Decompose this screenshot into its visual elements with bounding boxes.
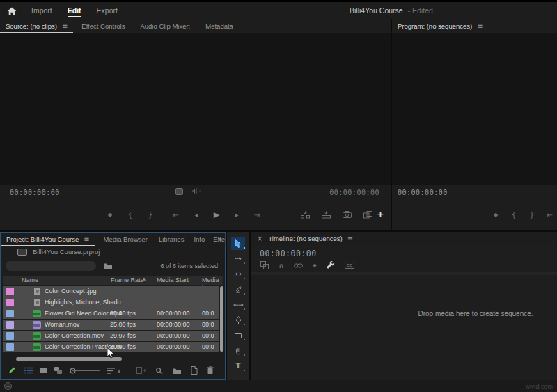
tab-timeline[interactable]: Timeline: (no sequences): [268, 235, 342, 242]
icon-view-icon[interactable]: [40, 368, 47, 373]
panel-menu-icon[interactable]: ≡: [62, 22, 68, 30]
tab-program[interactable]: Program: (no sequences): [398, 22, 472, 30]
goto-in-button[interactable]: ⇤: [546, 211, 554, 219]
table-row[interactable]: Flower Girl Need Color.mp4 25.00 fps 00:…: [3, 308, 219, 319]
table-row[interactable]: Highlights, Michone, Shado: [3, 297, 219, 308]
search-input[interactable]: [6, 261, 96, 271]
export-frame-button[interactable]: [343, 211, 352, 218]
list-header[interactable]: Name Frame Rate ∧ Media Start Media E: [3, 276, 223, 285]
new-bin-icon[interactable]: [172, 367, 182, 375]
zoom-slider[interactable]: [70, 368, 100, 374]
freeform-view-icon[interactable]: [54, 367, 62, 374]
mark-in-button[interactable]: {: [510, 211, 518, 219]
timeline-add-marker-icon[interactable]: ◆: [313, 262, 316, 268]
play-button[interactable]: ▶: [212, 210, 221, 219]
goto-out-button[interactable]: ⇥: [253, 211, 261, 219]
program-monitor-viewport: [392, 33, 557, 185]
tab-overflow-icon[interactable]: »: [218, 233, 222, 246]
close-icon[interactable]: ×: [257, 235, 262, 242]
project-edited-status: - Edited: [408, 6, 433, 15]
selection-tool[interactable]: [231, 237, 245, 250]
home-button[interactable]: [0, 2, 24, 19]
find-icon[interactable]: [155, 367, 163, 375]
tab-effect-controls[interactable]: Effect Controls: [81, 19, 125, 33]
comparison-view-button[interactable]: [363, 211, 372, 219]
table-row[interactable]: Color Correction.mov 29.97 fps 00:00:00:…: [3, 331, 219, 341]
label-swatch[interactable]: [6, 299, 14, 306]
tab-source[interactable]: Source: (no clips) ≡: [0, 19, 73, 33]
tab-export[interactable]: Export: [97, 2, 118, 19]
label-swatch[interactable]: [6, 343, 14, 351]
tab-metadata[interactable]: Metadata: [205, 19, 233, 33]
tab-info[interactable]: Info: [194, 233, 205, 246]
goto-in-button[interactable]: ⇤: [172, 211, 180, 219]
label-swatch[interactable]: [6, 332, 14, 340]
captions-icon[interactable]: CC: [345, 262, 355, 269]
delete-icon[interactable]: [207, 366, 214, 375]
tab-media-browser[interactable]: Media Browser: [104, 233, 148, 246]
linked-selection-icon[interactable]: [294, 262, 303, 269]
mark-out-button[interactable]: }: [528, 211, 536, 219]
tab-libraries[interactable]: Libraries: [159, 233, 184, 246]
button-editor-button[interactable]: +: [377, 209, 384, 219]
sort-options-control[interactable]: ∨: [107, 368, 121, 374]
add-marker-button[interactable]: ◆: [106, 212, 114, 218]
zoom-slider-track[interactable]: [72, 370, 100, 371]
automate-to-sequence-icon[interactable]: [136, 367, 146, 374]
item-name[interactable]: Woman.mov: [45, 321, 79, 328]
timeline-timecode[interactable]: 00:00:00:00: [260, 249, 317, 258]
timeline-settings-wrench-icon[interactable]: [327, 261, 335, 269]
column-name[interactable]: Name: [22, 276, 38, 283]
table-row[interactable]: Color Concept .jpg: [3, 286, 219, 297]
sort-ascending-icon[interactable]: ∧: [142, 276, 146, 283]
search-bin-icon[interactable]: [103, 262, 113, 269]
table-row[interactable]: Woman.mov 25.00 fps 00:00:00:00 00:0: [3, 320, 219, 330]
panel-menu-icon[interactable]: ≡: [84, 235, 89, 243]
nest-sequences-icon[interactable]: [260, 261, 269, 269]
pen-tool[interactable]: [231, 313, 245, 327]
breadcrumb[interactable]: Billi4You Course.prproj: [17, 248, 100, 256]
step-forward-button[interactable]: ▸: [233, 211, 241, 219]
label-swatch[interactable]: [6, 288, 14, 295]
slip-tool[interactable]: ⇤⇥: [231, 298, 245, 311]
app-header-bar: Import Edit Export Billi4You Course- Edi…: [0, 2, 557, 19]
hand-tool[interactable]: [231, 344, 245, 357]
insert-button[interactable]: [301, 211, 310, 219]
column-media-start[interactable]: Media Start: [157, 276, 189, 283]
mark-in-button[interactable]: {: [126, 211, 134, 219]
tab-project[interactable]: Project: Billi4You Course ≡: [1, 233, 95, 246]
overwrite-button[interactable]: [322, 211, 331, 219]
project-panel-tabs: Project: Billi4You Course ≡ Media Browse…: [1, 233, 225, 246]
timeline-panel: × Timeline: (no sequences) ≡ 00:00:00:00…: [251, 232, 557, 380]
item-name[interactable]: Color Concept .jpg: [45, 288, 97, 295]
type-tool[interactable]: T: [231, 359, 245, 373]
label-swatch[interactable]: [6, 321, 14, 329]
track-select-forward-tool[interactable]: ⇢: [231, 252, 245, 265]
step-back-button[interactable]: ◂: [192, 211, 201, 219]
panel-menu-icon[interactable]: ≡: [347, 235, 353, 242]
timeline-tab-row: × Timeline: (no sequences) ≡: [251, 232, 557, 245]
drag-audio-icon[interactable]: [191, 187, 201, 195]
panel-menu-icon[interactable]: ≡: [477, 22, 483, 30]
writable-pen-icon[interactable]: [8, 366, 16, 375]
vertical-scrollbar[interactable]: [220, 286, 223, 352]
label-swatch[interactable]: [6, 310, 14, 317]
drag-video-icon[interactable]: [175, 188, 183, 195]
tab-edit[interactable]: Edit: [68, 2, 81, 19]
tab-import[interactable]: Import: [31, 2, 52, 19]
tab-audio-clip-mixer[interactable]: Audio Clip Mixer:: [140, 19, 190, 33]
program-monitor-panel: Program: (no sequences) ≡ 00:00:00:00 ◆ …: [392, 19, 557, 230]
item-name[interactable]: Highlights, Michone, Shado: [45, 299, 121, 306]
add-marker-button[interactable]: ◆: [492, 212, 500, 218]
item-media-start: 00:00:00:00: [157, 310, 190, 317]
mark-out-button[interactable]: }: [146, 211, 155, 219]
snap-magnet-icon[interactable]: ∩: [278, 262, 284, 269]
list-view-icon[interactable]: [24, 367, 33, 374]
razor-tool[interactable]: [231, 283, 245, 296]
new-item-icon[interactable]: [191, 366, 198, 375]
column-frame-rate[interactable]: Frame Rate: [111, 276, 144, 283]
timeline-drop-message[interactable]: Drop media here to create sequence.: [418, 310, 533, 317]
rectangle-tool[interactable]: [231, 329, 245, 342]
item-name[interactable]: Color Correction.mov: [45, 332, 104, 339]
ripple-edit-tool[interactable]: ↔: [231, 267, 245, 281]
